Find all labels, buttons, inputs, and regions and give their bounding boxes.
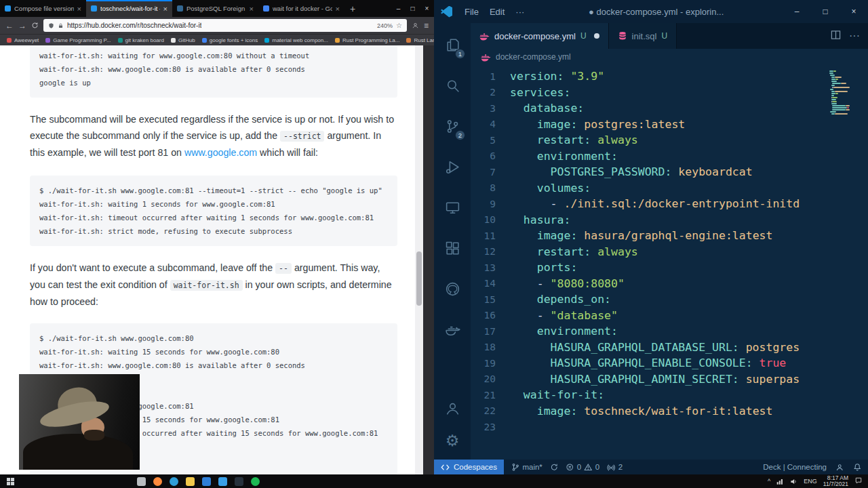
browser-tab[interactable]: wait for it docker - Google S...× bbox=[258, 0, 344, 17]
menu-edit[interactable]: Edit bbox=[484, 7, 510, 17]
code-line[interactable]: 18 HASURA_GRAPHQL_DATABASE_URL: postgres bbox=[471, 340, 868, 356]
code-line[interactable]: 3 database: bbox=[471, 100, 868, 117]
menu-file[interactable]: File bbox=[459, 7, 484, 17]
back-icon[interactable]: ← bbox=[5, 21, 14, 30]
minimize-icon[interactable]: – bbox=[783, 0, 811, 23]
terminal-icon[interactable] bbox=[235, 477, 243, 486]
bookmark-item[interactable]: google fonts + icons bbox=[202, 37, 258, 43]
bookmark-item[interactable]: Rust Programming La... bbox=[335, 37, 399, 43]
vscode-icon[interactable] bbox=[218, 477, 227, 486]
tab-close-icon[interactable]: × bbox=[77, 5, 81, 13]
maximize-icon[interactable]: □ bbox=[811, 0, 840, 23]
new-tab-button[interactable]: + bbox=[344, 0, 361, 17]
url-bar[interactable]: https://hub.docker.com/r/toschneck/wait-… bbox=[43, 19, 407, 32]
bookmark-item[interactable]: material web compon... bbox=[264, 37, 328, 43]
minimap[interactable] bbox=[829, 70, 865, 117]
code-line[interactable]: 23 bbox=[471, 419, 868, 435]
code-line[interactable]: 15 depends_on: bbox=[471, 291, 868, 308]
bookmark-item[interactable]: Rust Language Cheat ... bbox=[406, 37, 434, 43]
bookmark-item[interactable]: Aweewyet bbox=[7, 37, 39, 43]
account-icon[interactable] bbox=[412, 22, 419, 29]
browser-tab[interactable]: toschneck/wait-for-it - Dock...× bbox=[86, 0, 172, 17]
github-icon[interactable] bbox=[437, 268, 467, 309]
store-icon[interactable] bbox=[202, 477, 211, 486]
close-icon[interactable]: × bbox=[840, 0, 868, 23]
firefox-icon[interactable] bbox=[153, 477, 162, 486]
bookmark-star-icon[interactable]: ☆ bbox=[396, 22, 402, 29]
code-line[interactable]: 21 wait-for-it: bbox=[471, 387, 868, 403]
split-editor-icon[interactable] bbox=[831, 30, 841, 43]
breadcrumb[interactable]: docker-compose.yml bbox=[471, 49, 868, 65]
connection-status[interactable]: Deck | Connecting bbox=[763, 463, 827, 471]
code-line[interactable]: 20 HASURA_GRAPHQL_ADMIN_SECRET: superpas bbox=[471, 371, 868, 388]
page-scrollbar[interactable] bbox=[415, 45, 423, 474]
network-icon[interactable] bbox=[776, 478, 784, 485]
clock[interactable]: 8:17 AM 11/7/2021 bbox=[823, 475, 848, 488]
code-line[interactable]: 16 - "database" bbox=[471, 308, 868, 324]
menu-overflow-icon[interactable]: ··· bbox=[510, 7, 530, 17]
code-line[interactable]: 13 ports: bbox=[471, 260, 868, 276]
code-line[interactable]: 12 restart: always bbox=[471, 244, 868, 260]
code-line[interactable]: 17 environment: bbox=[471, 323, 868, 340]
tray-expand-icon[interactable]: ^ bbox=[768, 478, 770, 485]
tab-close-icon[interactable]: × bbox=[163, 5, 167, 13]
maximize-icon[interactable]: □ bbox=[406, 0, 420, 17]
editor-tab[interactable]: init.sqlU bbox=[609, 23, 677, 49]
code-line[interactable]: 8 volumes: bbox=[471, 180, 868, 197]
code-line[interactable]: 7 POSTGRES_PASSWORD: keyboardcat bbox=[471, 164, 868, 180]
browser-tab[interactable]: PostgreSQL Foreign Key× bbox=[172, 0, 258, 17]
git-branch-status[interactable]: main* bbox=[511, 463, 542, 472]
browser-tab[interactable]: Compose file version 3 refe...× bbox=[0, 0, 86, 17]
more-actions-icon[interactable]: ··· bbox=[849, 30, 860, 42]
code-line[interactable]: 5 restart: always bbox=[471, 132, 868, 148]
run-debug-icon[interactable] bbox=[437, 146, 467, 187]
remote-explorer-icon[interactable] bbox=[437, 187, 467, 228]
menu-icon[interactable]: ≡ bbox=[424, 21, 429, 30]
explorer-icon[interactable]: 1 bbox=[437, 24, 467, 65]
editor-tab[interactable]: docker-compose.ymlU bbox=[471, 23, 609, 49]
volume-icon[interactable] bbox=[790, 478, 797, 485]
remote-indicator[interactable]: Codespaces bbox=[434, 460, 504, 474]
code-editor[interactable]: 1version: "3.9"2services:3 database:4 im… bbox=[471, 65, 868, 460]
extensions-icon[interactable] bbox=[437, 228, 467, 268]
modified-dot-icon[interactable] bbox=[594, 33, 599, 39]
bookmark-item[interactable]: GitHub bbox=[171, 37, 195, 43]
action-center-icon[interactable] bbox=[854, 475, 863, 487]
problems-status[interactable]: 0 0 bbox=[566, 463, 599, 472]
code-line[interactable]: 14 - "8080:8080" bbox=[471, 276, 868, 292]
scrollbar-thumb[interactable] bbox=[416, 251, 422, 306]
code-line[interactable]: 1version: "3.9" bbox=[471, 68, 868, 85]
code-line[interactable]: 11 image: hasura/graphql-engine:latest bbox=[471, 228, 868, 244]
ports-status[interactable]: 2 bbox=[607, 463, 623, 472]
code-line[interactable]: 9 - ./init.sql:/docker-entrypoint-initd bbox=[471, 196, 868, 212]
notifications-bell-icon[interactable] bbox=[853, 463, 862, 472]
settings-gear-icon[interactable]: ⚙ bbox=[437, 424, 467, 457]
source-control-icon[interactable]: 2 bbox=[437, 106, 467, 146]
zoom-level[interactable]: 240% bbox=[377, 22, 393, 29]
sync-status[interactable] bbox=[550, 463, 559, 472]
search-icon[interactable] bbox=[437, 65, 467, 106]
code-line[interactable]: 10 hasura: bbox=[471, 212, 868, 228]
tab-close-icon[interactable]: × bbox=[250, 5, 254, 13]
code-line[interactable]: 2services: bbox=[471, 85, 868, 101]
code-line[interactable]: 22 image: toschneck/wait-for-it:latest bbox=[471, 403, 868, 420]
code-line[interactable]: 4 image: postgres:latest bbox=[471, 117, 868, 133]
task-view-icon[interactable] bbox=[137, 477, 146, 486]
forward-icon[interactable]: → bbox=[18, 21, 26, 30]
minimize-icon[interactable]: – bbox=[391, 0, 406, 17]
start-button-icon[interactable] bbox=[0, 474, 20, 488]
reload-icon[interactable] bbox=[31, 22, 39, 29]
spotify-icon[interactable] bbox=[251, 477, 260, 486]
file-explorer-icon[interactable] bbox=[186, 477, 195, 486]
close-icon[interactable]: × bbox=[420, 0, 434, 17]
doc-link[interactable]: www.google.com bbox=[184, 147, 257, 158]
feedback-icon[interactable] bbox=[835, 463, 844, 472]
bookmark-item[interactable]: git kraken board bbox=[118, 37, 164, 43]
code-line[interactable]: 6 environment: bbox=[471, 148, 868, 165]
docker-icon[interactable] bbox=[437, 309, 467, 350]
accounts-icon[interactable] bbox=[437, 392, 467, 424]
code-line[interactable]: 19 HASURA_GRAPHQL_ENABLE_CONSOLE: true bbox=[471, 355, 868, 371]
language-indicator[interactable]: ENG bbox=[804, 478, 817, 485]
edge-icon[interactable] bbox=[170, 477, 178, 486]
tab-close-icon[interactable]: × bbox=[336, 5, 340, 13]
